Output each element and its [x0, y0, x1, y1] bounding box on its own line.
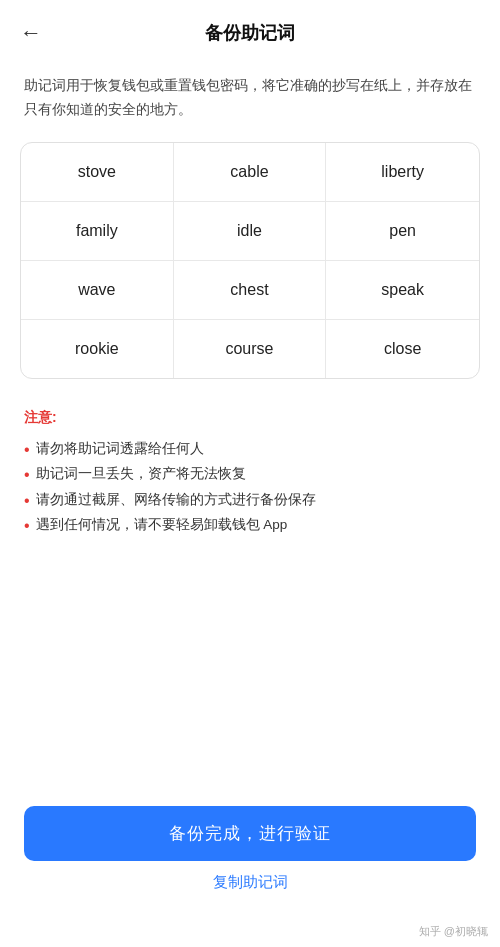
action-area: 备份完成，进行验证 复制助记词	[0, 786, 500, 920]
mnemonic-word: wave	[21, 261, 174, 320]
mnemonic-word: idle	[174, 202, 327, 261]
mnemonic-word: cable	[174, 143, 327, 202]
mnemonic-word: close	[326, 320, 479, 378]
footer-watermark: 知乎 @初晓辄	[0, 920, 500, 947]
notes-item: 请勿通过截屏、网络传输的方式进行备份保存	[24, 488, 476, 514]
mnemonic-word: chest	[174, 261, 327, 320]
copy-mnemonic-button[interactable]: 复制助记词	[24, 861, 476, 904]
notes-list: 请勿将助记词透露给任何人助记词一旦丢失，资产将无法恢复请勿通过截屏、网络传输的方…	[24, 437, 476, 539]
mnemonic-word: speak	[326, 261, 479, 320]
header: ← 备份助记词	[0, 0, 500, 58]
page-title: 备份助记词	[205, 21, 295, 45]
mnemonic-word: family	[21, 202, 174, 261]
mnemonic-word: liberty	[326, 143, 479, 202]
mnemonic-word: rookie	[21, 320, 174, 378]
mnemonic-word: course	[174, 320, 327, 378]
mnemonic-word: stove	[21, 143, 174, 202]
notes-item: 遇到任何情况，请不要轻易卸载钱包 App	[24, 513, 476, 539]
mnemonic-word: pen	[326, 202, 479, 261]
backup-complete-button[interactable]: 备份完成，进行验证	[24, 806, 476, 861]
notes-section: 注意: 请勿将助记词透露给任何人助记词一旦丢失，资产将无法恢复请勿通过截屏、网络…	[0, 399, 500, 559]
notes-title: 注意:	[24, 409, 476, 427]
mnemonic-container: stovecablelibertyfamilyidlepenwavechests…	[20, 142, 480, 379]
mnemonic-grid: stovecablelibertyfamilyidlepenwavechests…	[21, 143, 479, 378]
back-button[interactable]: ←	[20, 18, 50, 48]
notes-item: 请勿将助记词透露给任何人	[24, 437, 476, 463]
notes-item: 助记词一旦丢失，资产将无法恢复	[24, 462, 476, 488]
description-text: 助记词用于恢复钱包或重置钱包密码，将它准确的抄写在纸上，并存放在只有你知道的安全…	[0, 58, 500, 142]
